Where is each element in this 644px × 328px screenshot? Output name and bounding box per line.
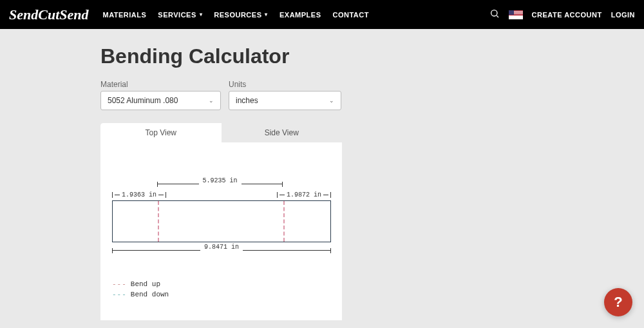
nav-left: SendCutSend MATERIALS SERVICES▾ RESOURCE…	[9, 6, 369, 23]
part-outline	[112, 200, 331, 242]
dimension-bottom: 9.8471 in	[112, 247, 331, 251]
chevron-down-icon: ▾	[200, 12, 203, 17]
dim-left-value: 1.9363 in	[122, 191, 156, 198]
tab-side-view[interactable]: Side View	[222, 123, 343, 142]
nav-right: CREATE ACCOUNT LOGIN	[489, 8, 635, 21]
nav-resources[interactable]: RESOURCES▾	[214, 11, 268, 19]
top-navbar: SendCutSend MATERIALS SERVICES▾ RESOURCE…	[0, 0, 644, 29]
dimension-top: 5.9235 in	[157, 181, 283, 184]
dim-bottom-value: 9.8471 in	[200, 244, 243, 251]
login-link[interactable]: LOGIN	[611, 11, 635, 19]
search-icon[interactable]	[489, 8, 500, 21]
nav-services[interactable]: SERVICES▾	[158, 11, 202, 19]
diagram-panel: 5.9235 in 1.9363 in 1.9872 in 9.8471 in	[100, 142, 342, 320]
material-select[interactable]: 5052 Aluminum .080 ⌄	[100, 91, 221, 110]
chevron-down-icon: ⌄	[209, 97, 214, 104]
main-container: Bending Calculator Material 5052 Aluminu…	[100, 29, 544, 320]
units-value: inches	[236, 96, 258, 105]
bend-down-swatch: ---	[112, 291, 127, 298]
nav-contact[interactable]: CONTACT	[333, 11, 369, 19]
material-label: Material	[100, 80, 221, 89]
dimension-left: 1.9363 in	[112, 191, 166, 198]
create-account-link[interactable]: CREATE ACCOUNT	[532, 11, 602, 19]
help-button[interactable]: ?	[604, 288, 632, 316]
chevron-down-icon: ▾	[265, 12, 268, 17]
material-value: 5052 Aluminum .080	[108, 96, 178, 105]
chevron-down-icon: ⌄	[329, 97, 334, 104]
bend-line-2	[283, 201, 285, 242]
nav-examples[interactable]: EXAMPLES	[279, 11, 321, 19]
nav-materials[interactable]: MATERIALS	[103, 11, 147, 19]
legend: --- Bend up --- Bend down	[112, 280, 330, 298]
dimension-right: 1.9872 in	[277, 191, 331, 198]
top-view-diagram: 5.9235 in 1.9363 in 1.9872 in 9.8471 in	[112, 181, 331, 265]
help-icon: ?	[614, 294, 622, 311]
svg-line-1	[497, 15, 498, 17]
nav-menu: MATERIALS SERVICES▾ RESOURCES▾ EXAMPLES …	[103, 11, 369, 19]
legend-bend-down: --- Bend down	[112, 291, 330, 298]
dim-right-value: 1.9872 in	[287, 191, 321, 198]
bend-line-1	[158, 201, 159, 242]
bend-up-swatch: ---	[112, 280, 127, 288]
legend-bend-up: --- Bend up	[112, 280, 330, 288]
units-select[interactable]: inches ⌄	[229, 91, 341, 110]
tab-top-view[interactable]: Top View	[100, 123, 222, 142]
material-field: Material 5052 Aluminum .080 ⌄	[100, 80, 221, 110]
logo[interactable]: SendCutSend	[9, 6, 89, 23]
units-label: Units	[229, 80, 341, 89]
units-field: Units inches ⌄	[229, 80, 341, 110]
controls-row: Material 5052 Aluminum .080 ⌄ Units inch…	[100, 80, 544, 110]
page-title: Bending Calculator	[100, 44, 544, 68]
dim-top-value: 5.9235 in	[198, 177, 241, 184]
svg-point-0	[491, 10, 497, 15]
locale-flag-us[interactable]	[509, 10, 523, 19]
view-tabs: Top View Side View	[100, 123, 342, 142]
